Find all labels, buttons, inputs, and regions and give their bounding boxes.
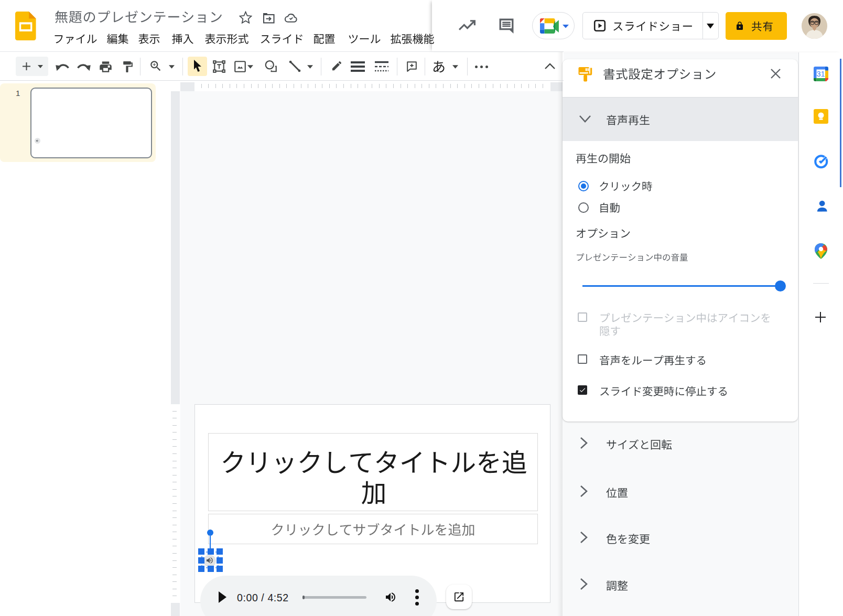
svg-text:31: 31 (817, 70, 825, 78)
